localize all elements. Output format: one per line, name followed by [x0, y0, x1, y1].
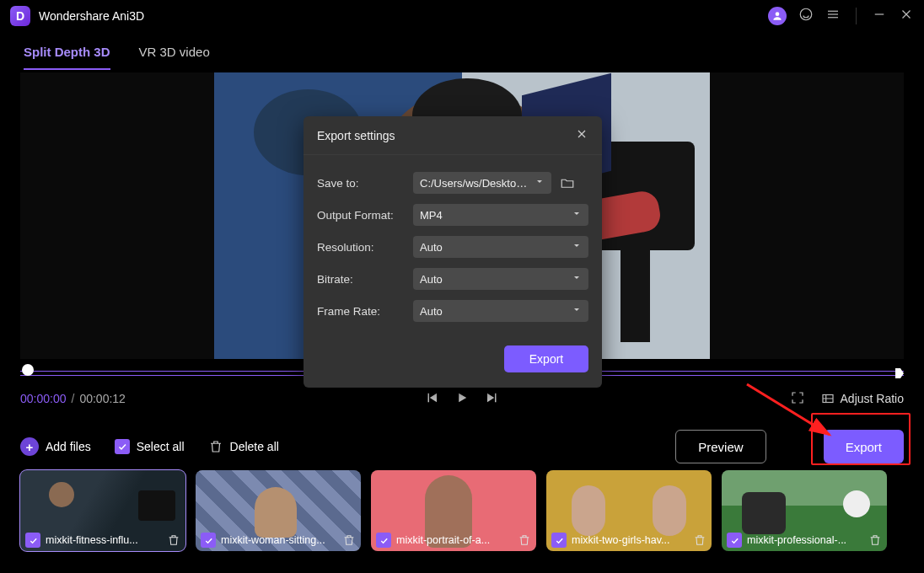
- support-icon[interactable]: [798, 7, 814, 25]
- thumb-filename: mixkit-professional-...: [747, 534, 863, 546]
- thumb-filename: mixkit-two-girls-hav...: [572, 534, 688, 546]
- output-format-select[interactable]: MP4: [413, 204, 588, 226]
- svg-point-0: [776, 12, 780, 16]
- divider: [856, 8, 857, 24]
- playhead[interactable]: [22, 364, 34, 376]
- thumb-checkbox[interactable]: [201, 533, 216, 548]
- chevron-down-icon: [572, 273, 582, 286]
- chevron-down-icon: [572, 209, 582, 222]
- svg-point-1: [800, 8, 812, 20]
- thumb-filename: mixkit-fitness-influ...: [46, 534, 162, 546]
- thumb-delete-icon[interactable]: [342, 533, 356, 547]
- thumb-delete-icon[interactable]: [167, 533, 180, 547]
- browse-folder-icon[interactable]: [560, 175, 575, 190]
- close-dialog-button[interactable]: [575, 127, 588, 144]
- export-button[interactable]: Export: [824, 430, 904, 463]
- timeline-end-marker: [895, 367, 904, 377]
- chevron-down-icon: [535, 177, 545, 190]
- dialog-title: Export settings: [317, 129, 395, 142]
- tabs: Split Depth 3D VR 3D video: [0, 32, 924, 72]
- thumb-checkbox[interactable]: [727, 533, 742, 548]
- bitrate-select[interactable]: Auto: [413, 268, 588, 290]
- output-format-label: Output Format:: [317, 209, 413, 222]
- framerate-select[interactable]: Auto: [413, 300, 588, 322]
- time-current: 00:00:00: [20, 392, 67, 405]
- delete-all-button[interactable]: Delete all: [208, 439, 279, 454]
- play-button[interactable]: [454, 390, 470, 408]
- thumbnail[interactable]: mixkit-woman-sitting...: [196, 470, 361, 551]
- close-icon[interactable]: [899, 7, 914, 25]
- trash-icon: [208, 439, 223, 454]
- thumbnail[interactable]: mixkit-fitness-influ...: [20, 470, 185, 551]
- fullscreen-icon[interactable]: [790, 390, 805, 408]
- dialog-export-button[interactable]: Export: [504, 345, 588, 372]
- titlebar: D Wondershare Ani3D: [0, 0, 924, 32]
- add-files-button[interactable]: + Add files: [20, 437, 91, 456]
- preview-button[interactable]: Preview: [675, 430, 766, 463]
- resolution-select[interactable]: Auto: [413, 236, 588, 258]
- adjust-ratio-button[interactable]: Adjust Ratio: [820, 391, 904, 406]
- thumbnail[interactable]: mixkit-professional-...: [722, 470, 887, 551]
- time-total: 00:00:12: [79, 392, 126, 405]
- thumb-filename: mixkit-woman-sitting...: [221, 534, 337, 546]
- chevron-down-icon: [572, 305, 582, 318]
- prev-button[interactable]: [424, 390, 439, 408]
- thumb-checkbox[interactable]: [25, 533, 40, 548]
- thumbnail[interactable]: mixkit-portrait-of-a...: [371, 470, 536, 551]
- app-title: Wondershare Ani3D: [39, 9, 144, 23]
- thumb-delete-icon[interactable]: [868, 533, 882, 547]
- framerate-label: Frame Rate:: [317, 305, 413, 318]
- tab-vr-3d-video[interactable]: VR 3D video: [139, 35, 210, 69]
- select-all-button[interactable]: Select all: [115, 439, 185, 454]
- tab-split-depth-3d[interactable]: Split Depth 3D: [24, 35, 110, 69]
- app-logo: D: [10, 6, 30, 26]
- resolution-label: Resolution:: [317, 241, 413, 254]
- plus-icon: +: [20, 437, 39, 456]
- account-icon[interactable]: [768, 7, 787, 25]
- bitrate-label: Bitrate:: [317, 273, 413, 286]
- thumb-delete-icon[interactable]: [693, 533, 706, 547]
- thumb-checkbox[interactable]: [376, 533, 391, 548]
- export-settings-dialog: Export settings Save to: C:/Users/ws/Des…: [304, 116, 602, 388]
- save-to-label: Save to:: [317, 177, 413, 190]
- next-button[interactable]: [485, 390, 500, 408]
- checkbox-icon: [115, 439, 130, 454]
- thumb-checkbox[interactable]: [551, 533, 567, 548]
- time-separator: /: [72, 392, 75, 405]
- chevron-down-icon: [572, 241, 582, 254]
- actions-bar: + Add files Select all Delete all Previe…: [20, 423, 904, 470]
- thumbnail-strip: mixkit-fitness-influ... mixkit-woman-sit…: [20, 470, 904, 551]
- thumb-delete-icon[interactable]: [518, 533, 531, 547]
- menu-icon[interactable]: [825, 7, 841, 25]
- save-to-select[interactable]: C:/Users/ws/Desktop/Ani3D: [413, 172, 551, 194]
- adjust-ratio-label: Adjust Ratio: [841, 392, 904, 405]
- thumb-filename: mixkit-portrait-of-a...: [396, 534, 513, 546]
- minimize-icon[interactable]: [872, 7, 887, 25]
- thumbnail[interactable]: mixkit-two-girls-hav...: [546, 470, 712, 551]
